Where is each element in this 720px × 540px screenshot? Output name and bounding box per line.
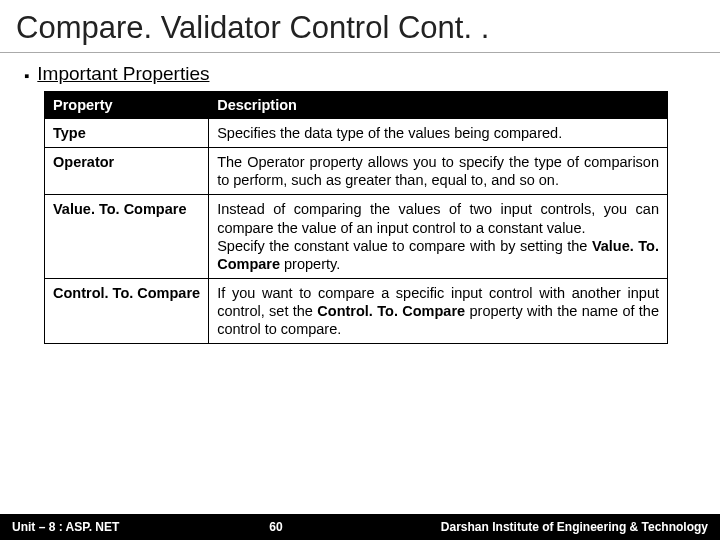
cell-description: Specifies the data type of the values be… [209, 119, 668, 148]
cell-description: The Operator property allows you to spec… [209, 148, 668, 195]
footer-institute: Darshan Institute of Engineering & Techn… [441, 520, 708, 534]
table-row: Type Specifies the data type of the valu… [45, 119, 668, 148]
bullet-square-icon: ▪ [24, 67, 29, 84]
cell-description: If you want to compare a specific input … [209, 278, 668, 343]
table-row: Value. To. Compare Instead of comparing … [45, 195, 668, 279]
cell-property: Value. To. Compare [45, 195, 209, 279]
content-area: ▪ Important Properties Property Descript… [0, 53, 720, 344]
cell-description: Instead of comparing the values of two i… [209, 195, 668, 279]
section-heading-row: ▪ Important Properties [24, 63, 696, 85]
table-row: Operator The Operator property allows yo… [45, 148, 668, 195]
cell-property: Type [45, 119, 209, 148]
table-row: Control. To. Compare If you want to comp… [45, 278, 668, 343]
table-header-row: Property Description [45, 92, 668, 119]
header-description: Description [209, 92, 668, 119]
header-property: Property [45, 92, 209, 119]
cell-property: Control. To. Compare [45, 278, 209, 343]
footer-bar: Unit – 8 : ASP. NET 60 Darshan Institute… [0, 514, 720, 540]
footer-page-number: 60 [119, 520, 441, 534]
slide-title: Compare. Validator Control Cont. . [0, 0, 720, 53]
footer-unit: Unit – 8 : ASP. NET [12, 520, 119, 534]
section-heading: Important Properties [37, 63, 209, 85]
cell-property: Operator [45, 148, 209, 195]
properties-table: Property Description Type Specifies the … [44, 91, 668, 344]
